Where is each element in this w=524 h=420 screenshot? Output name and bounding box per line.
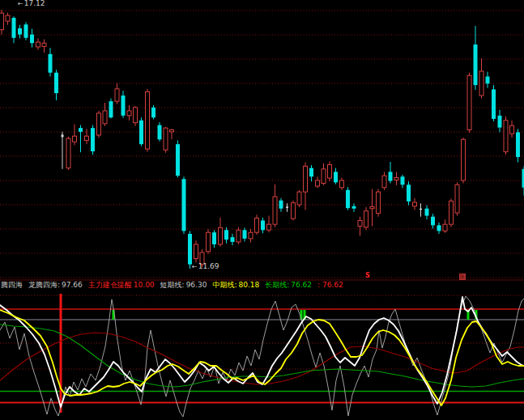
- indicator-short-label: 短期线:: [160, 281, 185, 290]
- stock-chart-screen: ←17.12 ←11.69 S 除 腾四海 龙腾四海: 97.66 主力建仓提醒…: [0, 0, 524, 420]
- indicator-long-value2: : 76.62: [317, 281, 343, 290]
- indicator-markers-layer: [60, 294, 478, 413]
- indicator-alert[interactable]: 主力建仓提醒 10.00: [88, 281, 155, 290]
- exright-marker: 除: [459, 274, 466, 280]
- main-grid-layer: [0, 11, 524, 280]
- indicator-long-value: 76.62: [291, 281, 312, 290]
- indicator-name-fragment: 腾四海: [1, 281, 23, 290]
- indicator-mid-label: 中期线:: [212, 281, 236, 290]
- indicator-main-line[interactable]: 龙腾四海: 97.66: [28, 281, 83, 290]
- indicator-short-line[interactable]: 短期线: 96.30: [160, 281, 207, 290]
- indicator-main-label: 龙腾四海:: [28, 281, 60, 290]
- lowest-price-value: 11.69: [198, 262, 219, 270]
- candles-layer: [0, 10, 524, 269]
- highest-price-label: ←17.12: [18, 0, 45, 7]
- indicator-main-value: 97.66: [62, 281, 83, 290]
- indicator-alert-value: 10.00: [134, 281, 155, 290]
- indicator-short-value: 96.30: [186, 281, 207, 290]
- indicator-mid-line[interactable]: 中期线: 80.18: [212, 281, 259, 290]
- indicator-header: 腾四海 龙腾四海: 97.66 主力建仓提醒 10.00 短期线: 96.30 …: [1, 281, 343, 290]
- lowest-price-label: ←11.69: [192, 263, 219, 270]
- indicator-alert-label: 主力建仓提醒: [88, 281, 132, 290]
- indicator-long-label: 长期线:: [265, 281, 289, 290]
- highest-price-value: 17.12: [24, 0, 45, 7]
- sell-signal-marker: S: [365, 272, 370, 279]
- arrow-left-icon: ←: [192, 263, 198, 270]
- indicator-lines-layer: [0, 296, 524, 417]
- indicator-mid-value: 80.18: [238, 281, 259, 290]
- indicator-line-green: [0, 325, 524, 387]
- arrow-left-icon: ←: [18, 0, 23, 7]
- indicator-long-line[interactable]: 长期线: 76.62: [265, 281, 312, 290]
- indicator-line-white: [0, 297, 524, 407]
- chart-canvas[interactable]: [0, 0, 524, 420]
